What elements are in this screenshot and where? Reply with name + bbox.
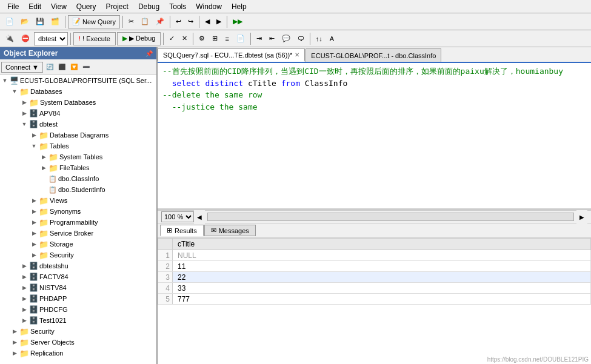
- tab-1[interactable]: ECUST-GLOBAL\PROF...t - dbo.ClassInfo: [306, 48, 441, 62]
- table-row[interactable]: 433: [158, 283, 591, 294]
- menu-edit[interactable]: Edit: [24, 1, 46, 12]
- tree-item[interactable]: 📋dbo.StudentInfo: [0, 184, 156, 195]
- expand-icon[interactable]: ▶: [29, 217, 39, 227]
- debug-start-btn[interactable]: ▶▶: [230, 15, 245, 28]
- menu-project[interactable]: Project: [101, 1, 133, 12]
- expand-icon[interactable]: ▶: [39, 152, 48, 162]
- results-text-btn[interactable]: ≡: [222, 32, 232, 45]
- expand-icon[interactable]: ▶: [29, 239, 39, 249]
- sort-asc-btn[interactable]: ↑↓: [313, 32, 326, 45]
- forward-btn[interactable]: ▶: [213, 15, 224, 28]
- debug-button[interactable]: ▶ ▶ Debug: [117, 32, 161, 45]
- comment-btn[interactable]: 💬: [279, 32, 293, 45]
- expand-icon[interactable]: ▼: [29, 141, 39, 151]
- tab-close[interactable]: ✕: [295, 51, 299, 58]
- expand-icon[interactable]: ▶: [19, 283, 29, 293]
- tree-item[interactable]: ▶🗄️dbtestshu: [0, 260, 156, 271]
- menu-query[interactable]: Query: [72, 1, 101, 12]
- expand-icon[interactable]: ▶: [19, 108, 29, 118]
- database-selector[interactable]: dbtest: [34, 32, 68, 45]
- tree-item[interactable]: ▶📁Views: [0, 195, 156, 206]
- collapse-btn[interactable]: ➖: [81, 62, 92, 73]
- expand-icon[interactable]: ▶: [10, 348, 19, 358]
- tree-item[interactable]: ▶🗄️PHDAPP: [0, 293, 156, 304]
- tree-item[interactable]: ▼🗄️dbtest: [0, 119, 156, 130]
- zoom-select[interactable]: 100 %: [161, 211, 194, 222]
- menu-debug[interactable]: Debug: [133, 1, 164, 12]
- menu-help[interactable]: Help: [227, 1, 252, 12]
- result-tab-1[interactable]: ✉Messages: [204, 225, 256, 236]
- expand-icon[interactable]: ▶: [29, 228, 39, 238]
- tree-root[interactable]: ▼🖥️ECUST-GLOBAL\PROFITSUITE (SQL Ser...: [0, 75, 156, 86]
- connect-button[interactable]: Connect ▼: [1, 62, 43, 73]
- root-expand[interactable]: ▼: [0, 76, 10, 85]
- expand-icon[interactable]: ▶: [39, 163, 48, 173]
- outdent-btn[interactable]: ⇤: [266, 32, 278, 45]
- expand-icon[interactable]: ▶: [19, 98, 29, 107]
- tree-item[interactable]: ▶🗄️PHDCFG: [0, 304, 156, 315]
- disconnect-btn[interactable]: ⛔: [18, 32, 33, 45]
- stop-btn[interactable]: ⬛: [56, 62, 67, 73]
- horizontal-scrollbar[interactable]: [207, 213, 574, 221]
- expand-icon[interactable]: ▶: [19, 294, 29, 303]
- expand-icon[interactable]: ▶: [19, 261, 29, 271]
- tree-item[interactable]: ▶📁Service Broker: [0, 228, 156, 239]
- query-editor[interactable]: --首先按照前面的CID降序排列，当遇到CID一致时，再按照后面的排序，如果前面…: [158, 63, 591, 210]
- tree-item[interactable]: ▶📁Synonyms: [0, 206, 156, 217]
- paste-btn[interactable]: 📌: [153, 15, 167, 28]
- expand-icon[interactable]: ▶: [29, 130, 39, 140]
- menu-file[interactable]: File: [2, 1, 24, 12]
- expand-icon[interactable]: ▶: [19, 272, 29, 282]
- copy-btn[interactable]: 📋: [138, 15, 152, 28]
- tree-item[interactable]: ▶📁Server Objects: [0, 337, 156, 348]
- tree-item[interactable]: ▶🗄️Test1021: [0, 315, 156, 326]
- table-row[interactable]: 322: [158, 272, 591, 283]
- expand-icon[interactable]: ▶: [19, 316, 29, 325]
- zoom-decrease-btn[interactable]: ◀: [194, 210, 205, 223]
- filter-btn[interactable]: 🔽: [68, 62, 79, 73]
- expand-icon[interactable]: ▶: [29, 207, 39, 216]
- tree-item[interactable]: ▼📁Tables: [0, 141, 156, 151]
- pin-icon[interactable]: 📌: [145, 50, 153, 57]
- tab-0[interactable]: SQLQuery7.sql - ECU...TE.dbtest (sa (56)…: [158, 48, 305, 62]
- expand-icon[interactable]: ▶: [10, 326, 19, 336]
- expand-icon[interactable]: ▼: [10, 87, 19, 96]
- parse-btn[interactable]: ✓: [166, 32, 178, 45]
- tree-item[interactable]: ▶📁Security: [0, 326, 156, 337]
- tree-item[interactable]: ▶📁Security: [0, 250, 156, 260]
- query-options-btn[interactable]: ⚙: [196, 32, 208, 45]
- cancel-query-btn[interactable]: ✕: [179, 32, 190, 45]
- expand-icon[interactable]: ▶: [10, 337, 19, 347]
- redo-btn[interactable]: ↪: [185, 15, 196, 28]
- zoom-increase-btn[interactable]: ▶: [576, 210, 587, 223]
- indent-btn[interactable]: ⇥: [253, 32, 265, 45]
- table-row[interactable]: 5777: [158, 294, 591, 305]
- new-query-button[interactable]: 📝 New Query: [68, 15, 120, 28]
- menu-tools[interactable]: Tools: [164, 1, 191, 12]
- new-file-btn[interactable]: 📄: [2, 15, 17, 28]
- uncomment-btn[interactable]: 🗨: [295, 32, 307, 45]
- expand-icon[interactable]: ▼: [19, 119, 29, 129]
- refresh-btn[interactable]: 🔄: [44, 62, 55, 73]
- expand-icon[interactable]: ▶: [29, 196, 39, 205]
- tree-item[interactable]: ▶🗄️NISTV84: [0, 282, 156, 293]
- tree-item[interactable]: ▶📁Database Diagrams: [0, 130, 156, 141]
- tree-item[interactable]: ▶📁System Tables: [0, 151, 156, 162]
- tree-item[interactable]: ▶📁FileTables: [0, 162, 156, 173]
- undo-btn[interactable]: ↩: [173, 15, 184, 28]
- expand-icon[interactable]: ▶: [19, 305, 29, 314]
- connect-db-btn[interactable]: 🔌: [2, 32, 17, 45]
- tree-item[interactable]: ▶📁Storage: [0, 239, 156, 250]
- back-btn[interactable]: ◀: [202, 15, 213, 28]
- tree-item[interactable]: ▶📁Replication: [0, 348, 156, 359]
- open-file-btn[interactable]: 📂: [18, 15, 32, 28]
- menu-view[interactable]: View: [46, 1, 72, 12]
- intellisense-btn[interactable]: A: [327, 32, 337, 45]
- table-row[interactable]: 1NULL: [158, 250, 591, 261]
- cut-btn[interactable]: ✂: [125, 15, 137, 28]
- results-grid-btn[interactable]: ⊞: [209, 32, 221, 45]
- result-tab-0[interactable]: ⊞Results: [160, 225, 204, 236]
- table-row[interactable]: 211: [158, 261, 591, 272]
- tree-item[interactable]: ▶🗄️FACTV84: [0, 271, 156, 282]
- results-file-btn[interactable]: 📄: [233, 32, 248, 45]
